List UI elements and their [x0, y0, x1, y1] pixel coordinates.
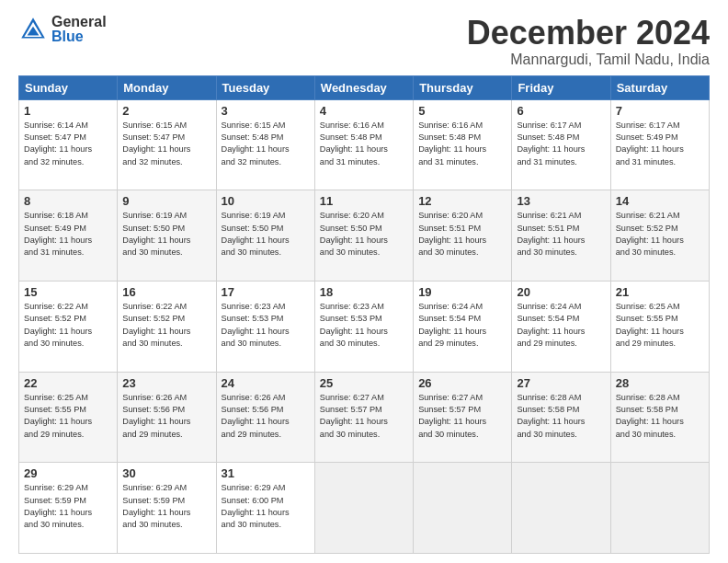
day-18: 18 Sunrise: 6:23 AMSunset: 5:53 PMDaylig… — [314, 281, 413, 372]
header: General Blue December 2024 Mannargudi, T… — [18, 15, 710, 68]
col-thursday: Thursday — [414, 75, 512, 99]
week-5: 29 Sunrise: 6:29 AMSunset: 5:59 PMDaylig… — [19, 463, 710, 554]
day-15: 15 Sunrise: 6:22 AMSunset: 5:52 PMDaylig… — [19, 281, 118, 372]
day-13: 13 Sunrise: 6:21 AMSunset: 5:51 PMDaylig… — [512, 190, 610, 282]
col-wednesday: Wednesday — [314, 75, 413, 99]
page: General Blue December 2024 Mannargudi, T… — [0, 0, 728, 563]
day-27: 27 Sunrise: 6:28 AMSunset: 5:58 PMDaylig… — [512, 372, 610, 463]
day-23: 23 Sunrise: 6:26 AMSunset: 5:56 PMDaylig… — [118, 372, 216, 463]
week-4: 22 Sunrise: 6:25 AMSunset: 5:55 PMDaylig… — [19, 372, 710, 463]
logo: General Blue — [18, 15, 107, 44]
day-31: 31 Sunrise: 6:29 AMSunset: 6:00 PMDaylig… — [216, 463, 314, 554]
col-sunday: Sunday — [19, 75, 118, 99]
calendar-table: Sunday Monday Tuesday Wednesday Thursday… — [18, 75, 710, 554]
week-3: 15 Sunrise: 6:22 AMSunset: 5:52 PMDaylig… — [19, 281, 710, 372]
col-friday: Friday — [512, 75, 610, 99]
day-4: 4 Sunrise: 6:16 AMSunset: 5:48 PMDayligh… — [314, 99, 413, 190]
logo-blue: Blue — [51, 29, 107, 44]
col-saturday: Saturday — [610, 75, 709, 99]
empty-cell-3 — [512, 463, 610, 554]
day-21: 21 Sunrise: 6:25 AMSunset: 5:55 PMDaylig… — [610, 281, 709, 372]
empty-cell-2 — [414, 463, 512, 554]
day-16: 16 Sunrise: 6:22 AMSunset: 5:52 PMDaylig… — [118, 281, 216, 372]
day-29: 29 Sunrise: 6:29 AMSunset: 5:59 PMDaylig… — [19, 463, 118, 554]
day-22: 22 Sunrise: 6:25 AMSunset: 5:55 PMDaylig… — [19, 372, 118, 463]
location-title: Mannargudi, Tamil Nadu, India — [467, 52, 710, 68]
logo-icon — [18, 15, 48, 44]
day-24: 24 Sunrise: 6:26 AMSunset: 5:56 PMDaylig… — [216, 372, 314, 463]
day-14: 14 Sunrise: 6:21 AMSunset: 5:52 PMDaylig… — [610, 190, 709, 282]
logo-text: General Blue — [51, 15, 107, 44]
empty-cell-1 — [314, 463, 413, 554]
day-30: 30 Sunrise: 6:29 AMSunset: 5:59 PMDaylig… — [118, 463, 216, 554]
empty-cell-4 — [610, 463, 709, 554]
week-2: 8 Sunrise: 6:18 AMSunset: 5:49 PMDayligh… — [19, 190, 710, 282]
day-8: 8 Sunrise: 6:18 AMSunset: 5:49 PMDayligh… — [19, 190, 118, 282]
day-7: 7 Sunrise: 6:17 AMSunset: 5:49 PMDayligh… — [610, 99, 709, 190]
month-title: December 2024 — [467, 15, 710, 52]
day-10: 10 Sunrise: 6:19 AMSunset: 5:50 PMDaylig… — [216, 190, 314, 282]
day-3: 3 Sunrise: 6:15 AMSunset: 5:48 PMDayligh… — [216, 99, 314, 190]
day-11: 11 Sunrise: 6:20 AMSunset: 5:50 PMDaylig… — [314, 190, 413, 282]
day-6: 6 Sunrise: 6:17 AMSunset: 5:48 PMDayligh… — [512, 99, 610, 190]
day-28: 28 Sunrise: 6:28 AMSunset: 5:58 PMDaylig… — [610, 372, 709, 463]
day-20: 20 Sunrise: 6:24 AMSunset: 5:54 PMDaylig… — [512, 281, 610, 372]
day-25: 25 Sunrise: 6:27 AMSunset: 5:57 PMDaylig… — [314, 372, 413, 463]
header-row: Sunday Monday Tuesday Wednesday Thursday… — [19, 75, 710, 99]
day-9: 9 Sunrise: 6:19 AMSunset: 5:50 PMDayligh… — [118, 190, 216, 282]
col-tuesday: Tuesday — [216, 75, 314, 99]
day-2: 2 Sunrise: 6:15 AMSunset: 5:47 PMDayligh… — [118, 99, 216, 190]
logo-general: General — [51, 15, 107, 29]
day-1: 1 Sunrise: 6:14 AMSunset: 5:47 PMDayligh… — [19, 99, 118, 190]
day-5: 5 Sunrise: 6:16 AMSunset: 5:48 PMDayligh… — [414, 99, 512, 190]
day-12: 12 Sunrise: 6:20 AMSunset: 5:51 PMDaylig… — [414, 190, 512, 282]
col-monday: Monday — [118, 75, 216, 99]
day-17: 17 Sunrise: 6:23 AMSunset: 5:53 PMDaylig… — [216, 281, 314, 372]
day-26: 26 Sunrise: 6:27 AMSunset: 5:57 PMDaylig… — [414, 372, 512, 463]
title-section: December 2024 Mannargudi, Tamil Nadu, In… — [467, 15, 710, 68]
week-1: 1 Sunrise: 6:14 AMSunset: 5:47 PMDayligh… — [19, 99, 710, 190]
day-19: 19 Sunrise: 6:24 AMSunset: 5:54 PMDaylig… — [414, 281, 512, 372]
